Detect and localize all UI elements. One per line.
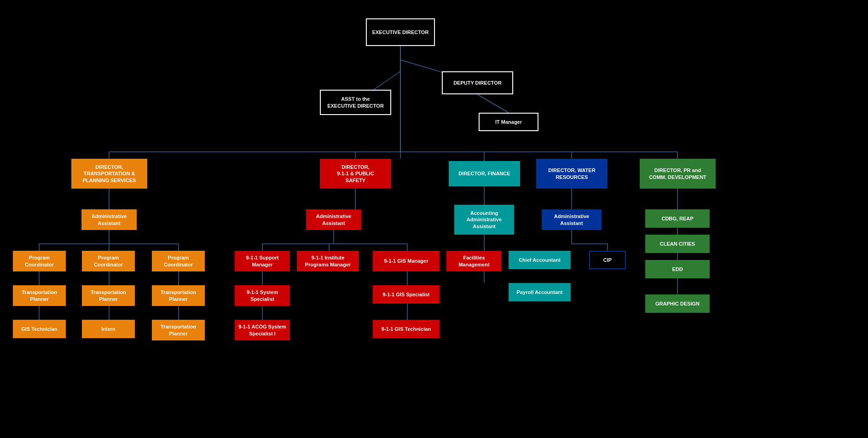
facilities-mgmt-node: FacilitiesManagement (446, 251, 502, 271)
prog-coord2-node: ProgramCoordinator (82, 251, 135, 271)
executive-director-node: EXECUTIVE DIRECTOR (366, 18, 435, 46)
transp-plan3-node: TransportationPlanner (152, 285, 205, 306)
prog-coord3-node: ProgramCoordinator (152, 251, 205, 271)
admin-asst-water-node: AdministrativeAssistant (542, 209, 602, 230)
institute-mgr-node: 9-1-1 InstitutePrograms Manager (297, 251, 359, 271)
chief-accountant-node: Chief Accountant (509, 251, 571, 269)
acct-admin-asst-node: AccountingAdministrativeAssistant (454, 205, 514, 235)
dir-water-node: DIRECTOR, WATERRESOURCES (536, 159, 608, 189)
edd-node: EDD (645, 260, 710, 278)
admin-asst-transport-node: AdministrativeAssistant (81, 209, 137, 230)
intern-node: Intern (82, 320, 135, 338)
admin-asst-911-node: AdministrativeAssistant (306, 209, 361, 230)
sys-specialist-node: 9-1-1 SystemSpecialist (235, 285, 290, 306)
prog-coord1-node: ProgramCoordinator (13, 251, 66, 271)
it-manager-node: IT Manager (479, 113, 538, 131)
acog-specialist-node: 9-1-1 ACOG SystemSpecialist I (235, 320, 290, 340)
clean-cities-node: CLEAN CITIES (645, 235, 710, 253)
gis-specialist-node: 9-1-1 GIS Specialist (373, 285, 440, 304)
dir-finance-node: DIRECTOR, FINANCE (449, 161, 520, 186)
transp-plan4-node: TransportationPlanner (152, 320, 205, 340)
graphic-design-node: GRAPHIC DESIGN (645, 294, 710, 313)
dir-pr-node: DIRECTOR, PR andCOMM. DEVELOPMENT (640, 159, 716, 189)
cdbg-reap-node: CDBG, REAP (645, 209, 710, 228)
svg-line-3 (477, 94, 509, 113)
asst-exec-node: ASST to theEXECUTIVE DIRECTOR (320, 90, 391, 115)
gis-tech1-node: GIS Technician (13, 320, 66, 338)
payroll-accountant-node: Payroll Accountant (509, 283, 571, 301)
cip-node: CIP (589, 251, 626, 269)
deputy-director-node: DEPUTY DIRECTOR (442, 71, 513, 94)
dir-transport-node: DIRECTOR,TRANSPORTATION &PLANNING SERVIC… (71, 159, 147, 189)
transp-plan1-node: TransportationPlanner (13, 285, 66, 306)
dir-911-node: DIRECTOR,9-1-1 & PUBLICSAFETY (320, 159, 391, 189)
gis-mgr-node: 9-1-1 GIS Manager (373, 251, 440, 271)
gis-tech2-node: 9-1-1 GIS Technician (373, 320, 440, 338)
support-mgr-node: 9-1-1 SupportManager (235, 251, 290, 271)
transp-plan2-node: TransportationPlanner (82, 285, 135, 306)
org-chart: EXECUTIVE DIRECTOR DEPUTY DIRECTOR ASST … (0, 0, 868, 438)
